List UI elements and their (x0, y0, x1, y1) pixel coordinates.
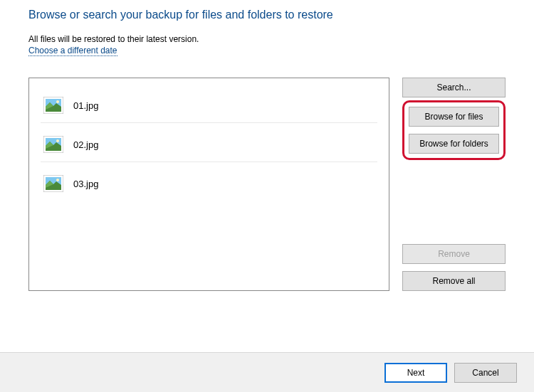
choose-date-link[interactable]: Choose a different date (28, 46, 117, 56)
browse-folders-button[interactable]: Browse for folders (409, 134, 499, 154)
highlight-annotation: Browse for files Browse for folders (402, 100, 506, 160)
svg-point-14 (56, 179, 59, 181)
list-item[interactable]: 03.jpg (41, 169, 377, 201)
next-button[interactable]: Next (384, 363, 447, 383)
file-name-label: 02.jpg (73, 139, 98, 150)
page-title: Browse or search your backup for files a… (28, 9, 506, 21)
footer-bar: Next Cancel (0, 352, 534, 392)
list-item[interactable]: 02.jpg (41, 130, 377, 162)
remove-button: Remove (402, 244, 506, 264)
search-button[interactable]: Search... (402, 78, 506, 97)
remove-all-button[interactable]: Remove all (402, 271, 506, 291)
svg-point-9 (56, 139, 59, 142)
image-file-icon (43, 97, 63, 114)
browse-files-button[interactable]: Browse for files (409, 107, 499, 127)
file-name-label: 01.jpg (73, 100, 98, 111)
file-name-label: 03.jpg (73, 179, 98, 189)
side-button-panel: Search... Browse for files Browse for fo… (402, 78, 506, 291)
cancel-button[interactable]: Cancel (454, 363, 517, 383)
file-list[interactable]: 01.jpg 02.jpg (28, 78, 389, 291)
list-item[interactable]: 01.jpg (41, 91, 377, 123)
subtitle-text: All files will be restored to their late… (28, 34, 506, 44)
svg-point-4 (56, 100, 59, 103)
image-file-icon (43, 136, 63, 153)
image-file-icon (43, 175, 63, 192)
